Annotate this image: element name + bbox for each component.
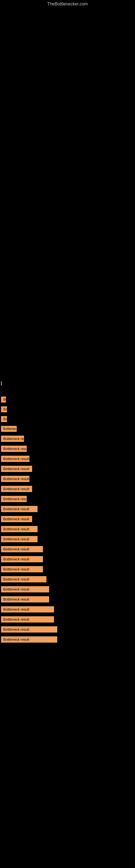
site-title: TheBottlenecker.com <box>47 0 88 7</box>
result-row: Bottleneck result <box>0 566 135 574</box>
results-container: Bottleneck resultBottleneck resultBottle… <box>0 397 135 644</box>
bottleneck-result-badge: Bottleneck result <box>1 436 24 442</box>
bottleneck-result-badge: Bottleneck result <box>1 486 32 492</box>
bottleneck-result-badge: Bottleneck result <box>1 626 57 632</box>
cursor-area <box>0 381 135 386</box>
bottleneck-result-badge: Bottleneck result <box>1 426 17 432</box>
bottleneck-result-badge: Bottleneck result <box>1 476 30 482</box>
result-row: Bottleneck result <box>0 476 135 484</box>
result-row: Bottleneck result <box>0 536 135 544</box>
bottleneck-result-badge: Bottleneck result <box>1 596 49 602</box>
result-row: Bottleneck result <box>0 426 135 433</box>
bottleneck-result-badge: Bottleneck result <box>1 456 30 462</box>
bottleneck-result-badge: Bottleneck result <box>1 576 46 582</box>
result-row: Bottleneck result <box>0 526 135 534</box>
result-row: Bottleneck result <box>0 556 135 564</box>
result-row: Bottleneck result <box>0 466 135 474</box>
result-row: Bottleneck result <box>0 637 135 644</box>
bottleneck-result-badge: Bottleneck result <box>1 446 27 452</box>
result-row: Bottleneck result <box>0 456 135 464</box>
result-row: Bottleneck result <box>0 586 135 594</box>
bottleneck-result-badge: Bottleneck result <box>1 566 43 572</box>
bottleneck-result-badge: Bottleneck result <box>1 616 54 622</box>
main-black-area <box>0 6 135 381</box>
result-row: Bottleneck result <box>0 546 135 554</box>
result-row: Bottleneck result <box>0 436 135 443</box>
result-row: Bottleneck result <box>0 506 135 514</box>
bottleneck-result-badge: Bottleneck result <box>1 406 7 412</box>
result-row: Bottleneck result <box>0 406 135 414</box>
bottleneck-result-badge: Bottleneck result <box>1 506 38 512</box>
site-title-bar: TheBottlenecker.com <box>0 0 135 6</box>
bottleneck-result-badge: Bottleneck result <box>1 416 7 422</box>
result-row: Bottleneck result <box>0 606 135 614</box>
result-row: Bottleneck result <box>0 446 135 454</box>
bottleneck-result-badge: Bottleneck result <box>1 637 57 643</box>
result-row: Bottleneck result <box>0 616 135 624</box>
bottleneck-result-badge: Bottleneck result <box>1 397 6 403</box>
bottleneck-result-badge: Bottleneck result <box>1 466 32 472</box>
result-row: Bottleneck result <box>0 576 135 584</box>
bottleneck-result-badge: Bottleneck result <box>1 536 38 542</box>
bottleneck-result-badge: Bottleneck result <box>1 556 43 562</box>
result-row: Bottleneck result <box>0 596 135 604</box>
bottleneck-result-badge: Bottleneck result <box>1 516 32 522</box>
result-row: Bottleneck result <box>0 626 135 634</box>
result-row: Bottleneck result <box>0 496 135 504</box>
result-row: Bottleneck result <box>0 416 135 424</box>
bottleneck-result-badge: Bottleneck result <box>1 606 54 613</box>
bottleneck-result-badge: Bottleneck result <box>1 496 27 502</box>
bottleneck-result-badge: Bottleneck result <box>1 526 38 532</box>
result-row: Bottleneck result <box>0 397 135 404</box>
result-row: Bottleneck result <box>0 516 135 524</box>
result-row: Bottleneck result <box>0 486 135 494</box>
bottleneck-result-badge: Bottleneck result <box>1 546 43 552</box>
bottleneck-result-badge: Bottleneck result <box>1 586 49 592</box>
